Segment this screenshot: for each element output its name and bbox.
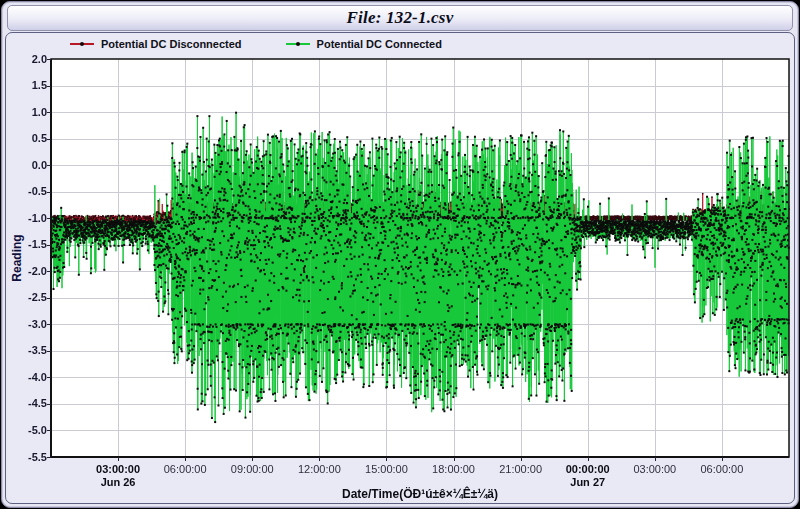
x-tick-label: 06:00:00 <box>686 463 758 476</box>
y-tick-label: -3.0 <box>6 318 47 331</box>
y-tick-label: 1.0 <box>6 106 47 119</box>
y-tick-label: 2.0 <box>6 53 47 66</box>
y-tick-label: -2.0 <box>6 265 47 278</box>
x-tick-label: 03:00:00 <box>619 463 691 476</box>
legend-marker-disconnected-icon <box>70 43 94 45</box>
legend: Potential DC Disconnected Potential DC C… <box>70 38 442 50</box>
x-axis-title: Date/Time(ÖÐ¹ú±ê×¼Ê±¼ä) <box>51 487 789 501</box>
y-tick-label: -5.5 <box>6 451 47 464</box>
x-tick-label: 06:00:00 <box>149 463 221 476</box>
y-tick-label: -2.5 <box>6 291 47 304</box>
app-window: File: 132-1.csv Potential DC Disconnecte… <box>1 1 799 508</box>
y-tick-label: 0.5 <box>6 132 47 145</box>
chart-canvas[interactable] <box>43 51 797 465</box>
y-axis-title: Reading <box>10 228 24 288</box>
y-tick-label: 1.5 <box>6 79 47 92</box>
chart-panel: Potential DC Disconnected Potential DC C… <box>5 32 795 504</box>
x-tick-label: 03:00:00 <box>82 463 154 476</box>
y-tick-label: -4.0 <box>6 371 47 384</box>
legend-label-disconnected: Potential DC Disconnected <box>101 38 242 50</box>
title-bar: File: 132-1.csv <box>7 5 793 31</box>
y-tick-label: 0.0 <box>6 159 47 172</box>
legend-item-disconnected: Potential DC Disconnected <box>70 38 242 50</box>
x-tick-label: 21:00:00 <box>485 463 557 476</box>
legend-item-connected: Potential DC Connected <box>286 38 442 50</box>
x-tick-label: 15:00:00 <box>350 463 422 476</box>
y-tick-label: -1.5 <box>6 238 47 251</box>
legend-marker-connected-icon <box>286 43 310 45</box>
x-tick-label: 00:00:00 <box>552 463 624 476</box>
legend-label-connected: Potential DC Connected <box>317 38 442 50</box>
x-tick-label: 12:00:00 <box>283 463 355 476</box>
y-tick-label: -1.0 <box>6 212 47 225</box>
y-tick-label: -0.5 <box>6 185 47 198</box>
y-tick-label: -4.5 <box>6 397 47 410</box>
x-tick-label: 18:00:00 <box>418 463 490 476</box>
y-tick-label: -5.0 <box>6 424 47 437</box>
file-title: File: 132-1.csv <box>347 8 454 28</box>
x-tick-label: 09:00:00 <box>216 463 288 476</box>
y-tick-label: -3.5 <box>6 344 47 357</box>
